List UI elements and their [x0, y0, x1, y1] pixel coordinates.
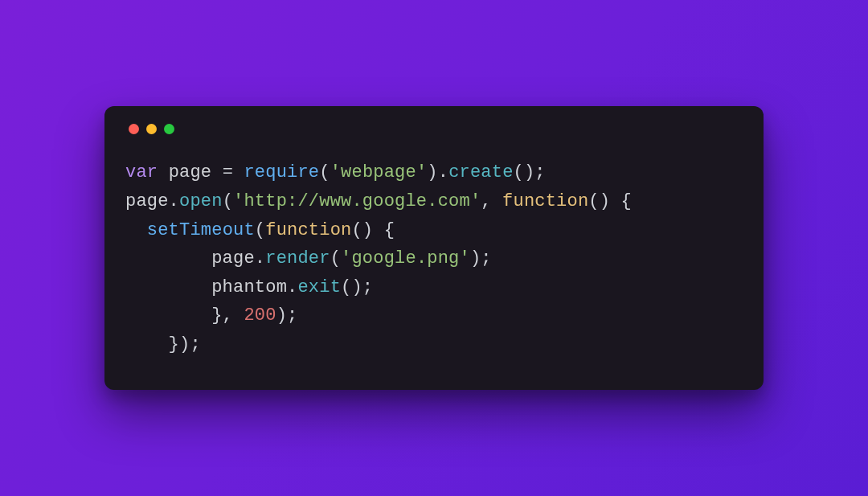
- code-token-punc: [233, 162, 244, 182]
- code-token-string: 'webpage': [330, 162, 428, 182]
- code-token-punc: ();: [514, 162, 546, 182]
- code-token-method2: setTimeout: [147, 220, 255, 240]
- code-token-punc: [125, 277, 211, 297]
- code-token-ident: page: [169, 162, 212, 182]
- code-token-punc: .: [169, 191, 179, 211]
- code-token-punc: });: [125, 334, 201, 355]
- code-token-method: create: [448, 162, 513, 182]
- code-token-punc: );: [470, 248, 492, 268]
- code-token-punc: (: [319, 162, 330, 182]
- code-token-punc: (: [330, 248, 341, 268]
- code-token-punc: [125, 248, 211, 268]
- code-token-string: 'http://www.google.com': [233, 191, 481, 211]
- code-token-number: 200: [244, 305, 276, 326]
- code-token-punc: .: [287, 277, 297, 297]
- code-token-method: open: [179, 191, 223, 211]
- code-token-string: 'google.png': [341, 248, 470, 268]
- code-token-punc: =: [223, 162, 233, 182]
- code-token-punc: () {: [588, 191, 632, 211]
- code-token-ident: page: [211, 248, 255, 268]
- code-token-keyword: var: [125, 162, 158, 182]
- code-token-punc: [211, 162, 222, 182]
- close-icon[interactable]: [129, 124, 139, 134]
- window-traffic-lights: [125, 124, 743, 134]
- code-token-punc: [158, 162, 168, 182]
- code-token-punc: () {: [351, 220, 395, 240]
- code-token-ident: phantom: [211, 277, 287, 297]
- code-token-builtin: require: [244, 162, 319, 182]
- code-token-punc: ();: [341, 277, 373, 297]
- code-token-ident: page: [125, 191, 169, 211]
- code-token-method: render: [265, 248, 330, 268]
- code-token-punc: ,: [481, 191, 502, 211]
- code-token-fnword: function: [265, 220, 351, 240]
- zoom-icon[interactable]: [164, 124, 174, 134]
- code-window: var page = require('webpage').create(); …: [104, 106, 764, 389]
- code-block[interactable]: var page = require('webpage').create(); …: [125, 158, 743, 359]
- code-token-punc: },: [125, 305, 244, 326]
- code-token-punc: .: [438, 162, 448, 182]
- code-token-punc: [125, 220, 147, 240]
- minimize-icon[interactable]: [146, 124, 157, 134]
- code-token-punc: ): [427, 162, 437, 182]
- code-token-punc: (: [255, 220, 265, 240]
- code-token-fnword: function: [502, 191, 588, 211]
- code-token-punc: (: [223, 191, 233, 211]
- code-token-method: exit: [297, 277, 341, 297]
- code-token-punc: );: [276, 305, 298, 326]
- code-token-punc: .: [255, 248, 265, 268]
